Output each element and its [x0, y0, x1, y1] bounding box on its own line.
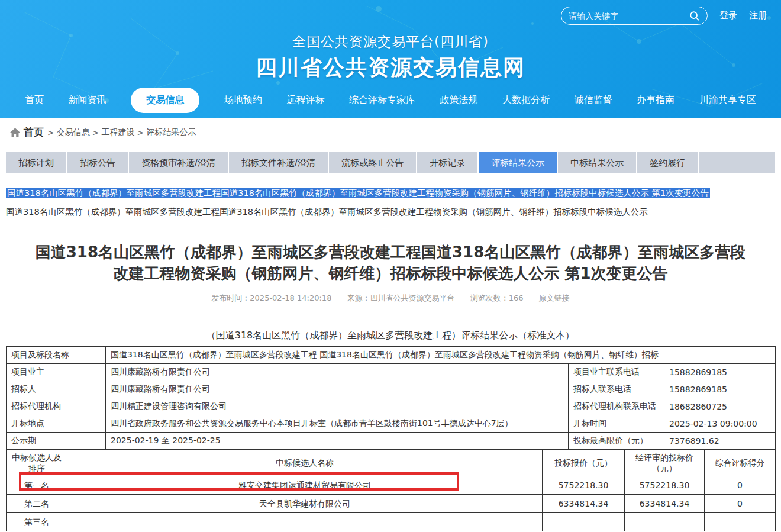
row-value: 15882869185 — [664, 364, 776, 381]
row-label: 项目及标段名称 — [7, 347, 106, 364]
page-title-line1: 国道318名山区黑竹（成都界）至雨城区多营段改建工程国道318名山区黑竹（成都界… — [8, 241, 773, 263]
candidate-bid-price: 5752218.30 — [543, 476, 625, 495]
row-label: 项目业主联系电话 — [569, 364, 664, 381]
candidate-name: 雅安交建集团运通建材贸易有限公司 — [67, 476, 543, 495]
tab-bid-plan[interactable]: 招标计划 — [6, 152, 66, 173]
breadcrumb-evaluation-result[interactable]: 评标结果公示 — [146, 127, 196, 138]
breadcrumb-separator: > — [47, 128, 54, 137]
candidate-name — [67, 513, 543, 531]
nav-item-venue-booking[interactable]: 场地预约 — [224, 94, 262, 107]
nav-item-expert-pool[interactable]: 综合评标专家库 — [349, 94, 415, 107]
page-title: 国道318名山区黑竹（成都界）至雨城区多营段改建工程国道318名山区黑竹（成都界… — [8, 241, 773, 284]
result-tables: 项目及标段名称 国道318名山区黑竹（成都界）至雨城区多营段改建工程 国道318… — [6, 346, 775, 531]
nav-item-remote-evaluation[interactable]: 远程评标 — [286, 94, 324, 107]
platform-super-title: 全国公共资源交易平台(四川省) — [0, 33, 781, 51]
column-header: 中标候选人名称 — [67, 450, 543, 476]
column-header: 经评审的投标价（元） — [625, 450, 705, 476]
category-tabs: 招标计划 招标公告 资格预审补遗/澄清 招标文件补遗/澄清 流标或终止公告 开标… — [6, 152, 775, 173]
row-value: 四川省政府政务服务和公共资源交易服务中心本项目开标室（成都市青羊区鼓楼南街101… — [106, 415, 569, 433]
candidate-bid-price: 6334814.34 — [543, 495, 625, 513]
page-title-line2: 改建工程物资采购（钢筋网片、钢纤维）招标标段中标候选人公示 第1次变更公告 — [8, 263, 773, 284]
breadcrumb-separator: > — [137, 128, 144, 137]
tab-bid-announcement[interactable]: 招标公告 — [67, 152, 128, 173]
candidate-reviewed-price: 5752218.30 — [625, 476, 705, 495]
table-row: 开标地点 四川省政府政务服务和公共资源交易服务中心本项目开标室（成都市青羊区鼓楼… — [7, 415, 776, 433]
table-row: 项目业主 四川康藏路桥有限责任公司 项目业主联系电话 15882869185 — [7, 364, 776, 381]
publish-time: 发布时间：2025-02-18 14:20:18 — [211, 294, 331, 302]
nav-item-home[interactable]: 首页 — [25, 94, 44, 107]
top-utility-bar: 登录 注册 — [561, 7, 767, 25]
project-info-table: 项目及标段名称 国道318名山区黑竹（成都界）至雨城区多营段改建工程 国道318… — [6, 346, 776, 450]
row-label: 招标代理机构 — [7, 398, 106, 415]
search-input[interactable] — [569, 11, 689, 21]
site-main-title: 四川省公共资源交易信息网 — [0, 53, 781, 82]
nav-item-chuanyu-zone[interactable]: 川渝共享专区 — [699, 94, 756, 107]
row-label: 招标人联系电话 — [569, 381, 664, 398]
column-header: 中标候选人及排序 — [7, 450, 67, 476]
candidates-table-wrap: 中标候选人及排序 中标候选人名称 投标报价（元） 经评审的投标价（元） 综合评标… — [6, 449, 775, 531]
tab-failed-or-terminated[interactable]: 流标或终止公告 — [329, 152, 416, 173]
column-header: 投标报价（元） — [543, 450, 625, 476]
site-header: 登录 注册 全国公共资源交易平台(四川省) 四川省公共资源交易信息网 首页 新闻… — [0, 0, 781, 118]
breadcrumb-home[interactable]: 首页 — [24, 125, 44, 139]
row-value: 四川康藏路桥有限责任公司 — [106, 381, 569, 398]
row-value: 国道318名山区黑竹（成都界）至雨城区多营段改建工程 国道318名山区黑竹（成都… — [106, 347, 776, 364]
candidate-score — [705, 513, 776, 531]
row-value: 四川康藏路桥有限责任公司 — [106, 364, 569, 381]
tab-bid-opening-record[interactable]: 开标记录 — [417, 152, 477, 173]
candidate-bid-price — [543, 513, 625, 531]
register-link[interactable]: 注册 — [749, 10, 767, 21]
table-row: 招标人 四川康藏路桥有限责任公司 招标人联系电话 15882869185 — [7, 381, 776, 398]
candidate-rank: 第二名 — [7, 495, 67, 513]
row-label: 项目业主 — [7, 364, 106, 381]
list-item[interactable]: 国道318名山区黑竹（成都界）至雨城区多营段改建工程国道318名山区黑竹（成都界… — [6, 187, 775, 199]
candidate-score: 0 — [705, 476, 776, 495]
tab-evaluation-result[interactable]: 评标结果公示 — [479, 152, 557, 173]
article-meta: 发布时间：2025-02-18 14:20:18 来源：四川省公共资源交易平台 … — [0, 293, 781, 304]
row-value: 2025-02-13 09:00:00 — [664, 415, 776, 433]
table-row: 公示期 2025-02-19 至 2025-02-25 投标最高限价（元） 73… — [7, 433, 776, 450]
nav-item-service-guide[interactable]: 办事指南 — [637, 94, 674, 107]
row-label: 投标最高限价（元） — [569, 433, 664, 450]
tab-bid-doc-addendum[interactable]: 招标文件补遗/澄清 — [229, 152, 328, 173]
tab-prequalification-addendum[interactable]: 资格预审补遗/澄清 — [129, 152, 228, 173]
tab-bar-filler — [699, 152, 775, 173]
row-value: 15882869185 — [664, 381, 776, 398]
row-label: 公示期 — [7, 433, 106, 450]
list-item-selected[interactable]: 国道318名山区黑竹（成都界）至雨城区多营段改建工程国道318名山区黑竹（成都界… — [6, 188, 710, 198]
tab-contract-performance[interactable]: 签约履行 — [637, 152, 698, 173]
original-link[interactable]: 原文链接 — [539, 294, 570, 302]
nav-item-trade-info[interactable]: 交易信息 — [131, 88, 199, 113]
breadcrumb-engineering[interactable]: 工程建设 — [101, 127, 134, 138]
site-titles: 全国公共资源交易平台(四川省) 四川省公共资源交易信息网 — [0, 33, 781, 82]
row-label: 招标人 — [7, 381, 106, 398]
candidate-row-second: 第二名 天全县凯华建材有限公司 6334814.34 6334814.34 0 — [7, 495, 776, 513]
column-header: 综合评标得分 — [705, 450, 776, 476]
candidate-reviewed-price — [625, 513, 705, 531]
nav-item-big-data[interactable]: 大数据分析 — [502, 94, 550, 107]
candidates-header-row: 中标候选人及排序 中标候选人名称 投标报价（元） 经评审的投标价（元） 综合评标… — [7, 450, 776, 476]
login-link[interactable]: 登录 — [719, 10, 737, 21]
table-row: 招标代理机构 四川精正建设管理咨询有限公司 招标代理机构联系电话 1868286… — [7, 398, 776, 415]
breadcrumb-separator: > — [92, 128, 99, 137]
candidate-row-first: 第一名 雅安交建集团运通建材贸易有限公司 5752218.30 5752218.… — [7, 476, 776, 495]
nav-item-policies[interactable]: 政策法规 — [440, 94, 478, 107]
tab-award-result[interactable]: 中标结果公示 — [558, 152, 636, 173]
table-row: 项目及标段名称 国道318名山区黑竹（成都界）至雨城区多营段改建工程 国道318… — [7, 347, 776, 364]
search-icon[interactable] — [689, 11, 700, 21]
main-nav: 首页 新闻资讯 交易信息 场地预约 远程评标 综合评标专家库 政策法规 大数据分… — [0, 83, 781, 117]
nav-item-news[interactable]: 新闻资讯 — [69, 94, 106, 107]
list-item[interactable]: 国道318名山区黑竹（成都界）至雨城区多营段改建工程国道318名山区黑竹（成都界… — [6, 206, 775, 218]
nav-item-integrity[interactable]: 诚信监督 — [575, 94, 612, 107]
source: 来源：四川省公共资源交易平台 — [347, 294, 455, 302]
breadcrumb-trade-info[interactable]: 交易信息 — [57, 127, 90, 138]
candidate-score: 0 — [705, 495, 776, 513]
row-value: 18682860725 — [664, 398, 776, 415]
table-caption: （国道318名山区黑竹（成都界）至雨城区多营段改建工程）评标结果公示（标准文本） — [0, 330, 781, 342]
row-label: 招标代理机构联系电话 — [569, 398, 664, 415]
home-icon — [10, 128, 20, 137]
candidate-row-third: 第三名 — [7, 513, 776, 531]
candidate-rank: 第三名 — [7, 513, 67, 531]
row-value: 2025-02-19 至 2025-02-25 — [106, 433, 569, 450]
search-box[interactable] — [561, 7, 708, 25]
